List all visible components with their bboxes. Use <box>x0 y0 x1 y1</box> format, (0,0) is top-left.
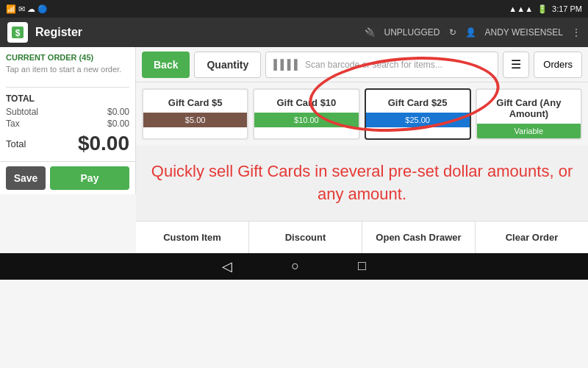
promo-area: Quickly sell Gift Cards in several pre-s… <box>136 146 588 221</box>
total-row: Total $0.00 <box>6 132 129 155</box>
app-title: Register <box>35 26 357 39</box>
status-bar-left: 📶 ✉ ☁ 🔵 <box>6 4 48 14</box>
gift-cards-row: Gift Card $5 $5.00 Gift Card $10 $10.00 … <box>136 82 588 146</box>
custom-item-button[interactable]: Custom Item <box>136 222 249 253</box>
nav-bar: ◁ ○ □ <box>0 253 588 280</box>
gift-card-25-name: Gift Card $25 <box>366 90 470 113</box>
home-nav-icon[interactable]: ○ <box>291 258 299 274</box>
sidebar: CURRENT ORDER (45) Tap an item to start … <box>0 47 136 161</box>
gift-card-10[interactable]: Gift Card $10 $10.00 <box>253 88 359 140</box>
totals-section: TOTAL Subtotal $0.00 Tax $0.00 Total $0.… <box>6 87 129 155</box>
body-area: CURRENT ORDER (45) Tap an item to start … <box>0 47 588 253</box>
wifi-icon: ▲▲▲ <box>509 4 533 13</box>
back-button[interactable]: Back <box>142 52 190 78</box>
order-title: CURRENT ORDER (45) <box>6 53 129 62</box>
subtotal-value: $0.00 <box>107 107 129 117</box>
refresh-icon: ↻ <box>449 27 456 38</box>
gift-card-5-price: $5.00 <box>143 113 247 127</box>
status-bar-right: ▲▲▲ 🔋 3:17 PM <box>509 4 582 14</box>
bottom-bar: Custom Item Discount Open Cash Drawer Cl… <box>136 221 588 253</box>
gift-card-any[interactable]: Gift Card (Any Amount) Variable <box>476 88 582 140</box>
time-display: 3:17 PM <box>552 4 582 13</box>
gift-card-any-name: Gift Card (Any Amount) <box>477 90 581 124</box>
svg-text:$: $ <box>15 28 21 38</box>
tax-label: Tax <box>6 118 20 129</box>
gift-card-5[interactable]: Gift Card $5 $5.00 <box>142 88 248 140</box>
tax-value: $0.00 <box>107 118 129 129</box>
gift-card-any-price: Variable <box>477 124 581 138</box>
gift-card-25[interactable]: Gift Card $25 $25.00 <box>365 88 471 140</box>
recent-nav-icon[interactable]: □ <box>358 258 366 274</box>
top-bar: $ Register 🔌 UNPLUGGED ↻ 👤 ANDY WEISENSE… <box>0 18 588 47</box>
tap-hint: Tap an item to start a new order. <box>6 65 129 74</box>
sidebar-wrapper: CURRENT ORDER (45) Tap an item to start … <box>0 47 136 253</box>
open-cash-drawer-button[interactable]: Open Cash Drawer <box>362 222 476 253</box>
menu-button[interactable]: ☰ <box>503 52 529 78</box>
plug-icon: 🔌 <box>365 27 376 38</box>
gift-card-10-price: $10.00 <box>254 113 358 127</box>
menu-icon: ☰ <box>511 57 521 71</box>
total-value: $0.00 <box>78 132 129 155</box>
gift-card-25-price: $25.00 <box>366 113 470 127</box>
discount-button[interactable]: Discount <box>249 222 362 253</box>
save-button[interactable]: Save <box>6 166 46 190</box>
user-icon: 👤 <box>465 27 476 38</box>
gift-card-10-name: Gift Card $10 <box>254 90 358 113</box>
gift-card-5-name: Gift Card $5 <box>143 90 247 113</box>
search-placeholder: Scan barcode or search for items... <box>305 60 442 70</box>
clear-order-button[interactable]: Clear Order <box>476 222 588 253</box>
status-bar: 📶 ✉ ☁ 🔵 ▲▲▲ 🔋 3:17 PM <box>0 0 588 18</box>
status-icons: 📶 ✉ ☁ 🔵 <box>6 4 48 14</box>
subtotal-row: Subtotal $0.00 <box>6 107 129 117</box>
battery-icon: 🔋 <box>537 4 548 14</box>
user-name: ANDY WEISENSEL <box>485 27 563 38</box>
pay-button[interactable]: Pay <box>50 166 129 190</box>
quantity-button[interactable]: Quantity <box>194 52 261 78</box>
promo-text: Quickly sell Gift Cards in several pre-s… <box>151 160 573 206</box>
content-area: Back Quantity ▌▌▌▌ Scan barcode or searc… <box>136 47 588 221</box>
more-icon: ⋮ <box>572 27 581 38</box>
back-nav-icon[interactable]: ◁ <box>222 258 232 275</box>
search-bar[interactable]: ▌▌▌▌ Scan barcode or search for items... <box>265 52 498 78</box>
total-label: Total <box>6 138 26 149</box>
top-bar-actions: 🔌 UNPLUGGED ↻ 👤 ANDY WEISENSEL ⋮ <box>365 27 581 38</box>
content-wrapper: Back Quantity ▌▌▌▌ Scan barcode or searc… <box>136 47 588 253</box>
connection-status: UNPLUGGED <box>384 27 440 38</box>
content-topbar: Back Quantity ▌▌▌▌ Scan barcode or searc… <box>136 47 588 82</box>
app-logo: $ <box>7 22 28 43</box>
barcode-icon: ▌▌▌▌ <box>273 59 301 70</box>
totals-label: TOTAL <box>6 93 129 104</box>
tax-row: Tax $0.00 <box>6 118 129 129</box>
sidebar-buttons: Save Pay <box>0 161 136 194</box>
orders-button[interactable]: Orders <box>534 52 582 78</box>
subtotal-label: Subtotal <box>6 107 38 117</box>
